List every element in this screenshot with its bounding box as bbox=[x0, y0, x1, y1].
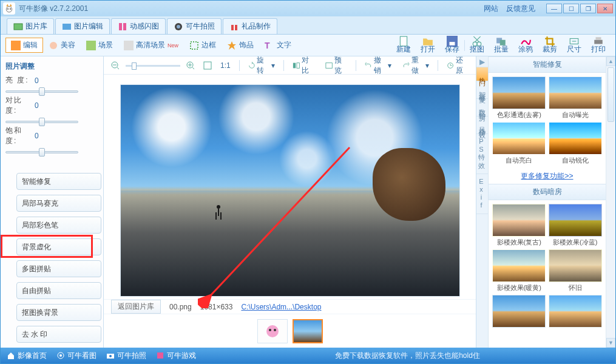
right-scrollbar[interactable]: ▲ ▼ bbox=[606, 56, 615, 348]
op-size[interactable]: 尺寸 bbox=[562, 35, 586, 56]
rtab-hot[interactable]: 热门 bbox=[476, 67, 488, 81]
rtab-smartfix[interactable]: 智能修复 bbox=[476, 81, 488, 99]
rotate-btn[interactable]: 旋转 ▾ bbox=[246, 54, 277, 77]
effect-item[interactable]: 自动亮白 bbox=[492, 122, 546, 165]
tab-camera[interactable]: 可牛拍照 bbox=[167, 18, 222, 34]
effect-item[interactable]: 影楼效果(暖黄) bbox=[492, 249, 546, 292]
effect-item[interactable]: 影楼效果(复古) bbox=[492, 204, 546, 247]
tool-bgblur[interactable]: 背景虚化 bbox=[16, 238, 101, 255]
op-label: 保存 bbox=[445, 44, 459, 55]
svg-point-2 bbox=[10, 8, 11, 10]
minimize-button[interactable]: — bbox=[546, 4, 562, 13]
print-icon bbox=[593, 36, 604, 44]
contrast-slider[interactable] bbox=[5, 117, 78, 120]
edittab-sticker[interactable]: 饰品 bbox=[222, 38, 259, 53]
svg-point-1 bbox=[7, 8, 8, 10]
edittab-text[interactable]: T文字 bbox=[259, 38, 297, 53]
op-print[interactable]: 打印 bbox=[586, 35, 611, 56]
op-doodle[interactable]: 涂鸦 bbox=[513, 35, 538, 56]
status-view[interactable]: 可牛看图 bbox=[56, 351, 96, 361]
svg-rect-42 bbox=[204, 62, 211, 69]
tool-cutbg[interactable]: 抠图换背景 bbox=[16, 304, 101, 321]
tool-label: 智能修复 bbox=[22, 177, 51, 187]
edittab-label: 饰品 bbox=[239, 40, 254, 50]
save-icon bbox=[447, 36, 458, 44]
tab-gift[interactable]: 礼品制作 bbox=[223, 18, 277, 34]
edittab-label: 边框 bbox=[201, 40, 216, 50]
edittab-border[interactable]: 边框 bbox=[184, 38, 222, 53]
status-label: 可牛拍照 bbox=[117, 351, 146, 361]
zoom-fit[interactable] bbox=[201, 60, 214, 71]
preview-icon bbox=[325, 61, 333, 70]
info-bar: 返回图片库 00.png 1081×633 C:\Users\Adm...\De… bbox=[104, 299, 476, 314]
tab-label: 图片库 bbox=[25, 21, 47, 32]
op-save[interactable]: 保存 bbox=[440, 35, 464, 56]
effect-item[interactable]: 影楼效果(冷蓝) bbox=[549, 204, 603, 247]
thumb-item[interactable] bbox=[257, 319, 288, 343]
rtab-ps[interactable]: PS特效 bbox=[476, 134, 488, 174]
maximize-button[interactable]: ☐ bbox=[563, 4, 579, 13]
edittab-edit[interactable]: 编辑 bbox=[5, 38, 43, 53]
op-label: 抠图 bbox=[470, 44, 484, 55]
main-image[interactable] bbox=[120, 84, 460, 297]
filepath-link[interactable]: C:\Users\Adm...\Desktop bbox=[241, 303, 321, 311]
status-home[interactable]: 影像首页 bbox=[7, 351, 47, 361]
brightness-slider[interactable] bbox=[5, 87, 78, 89]
effect-item[interactable] bbox=[549, 295, 603, 328]
tab-library[interactable]: 图片库 bbox=[7, 18, 54, 34]
zoom-11[interactable]: 1:1 bbox=[218, 60, 233, 71]
rtab-style[interactable]: 风格特效 bbox=[476, 116, 488, 134]
effect-item[interactable]: 自动锐化 bbox=[549, 122, 603, 165]
effect-item[interactable]: 色彩通透(去雾) bbox=[492, 76, 546, 120]
edittab-beauty[interactable]: 美容 bbox=[43, 38, 81, 53]
effect-item[interactable]: 怀旧 bbox=[549, 249, 603, 292]
zoom-out[interactable] bbox=[109, 60, 122, 71]
op-open[interactable]: 打开 bbox=[416, 35, 440, 56]
effect-item[interactable]: 自动曝光 bbox=[549, 76, 603, 120]
compare-btn[interactable]: 对比 bbox=[290, 54, 317, 77]
zoom-in[interactable] bbox=[184, 60, 197, 71]
tool-freecollage[interactable]: 自由拼贴 bbox=[16, 282, 101, 299]
tab-edit[interactable]: 图片编辑 bbox=[55, 18, 110, 34]
op-new[interactable]: 新建 bbox=[391, 35, 416, 56]
preview-btn[interactable]: 预览 bbox=[323, 54, 350, 77]
undo-btn[interactable]: 撤销 ▾ bbox=[362, 54, 394, 77]
edittab-scene[interactable]: 场景 bbox=[81, 38, 118, 53]
btn-label: 旋转 bbox=[257, 55, 269, 76]
zoomin-icon bbox=[186, 61, 195, 70]
tool-mosaic[interactable]: 局部马赛克 bbox=[16, 195, 101, 212]
svg-rect-4 bbox=[63, 24, 71, 30]
redo-btn[interactable]: 重做 ▾ bbox=[400, 54, 432, 77]
op-cutout[interactable]: 抠图 bbox=[465, 35, 489, 56]
effect-item[interactable] bbox=[492, 295, 546, 328]
tool-smartfix[interactable]: 智能修复 bbox=[16, 173, 101, 190]
back-library-btn[interactable]: 返回图片库 bbox=[111, 300, 161, 314]
tool-colorpen[interactable]: 局部彩色笔 bbox=[16, 217, 101, 234]
restore-btn[interactable]: 还原 bbox=[444, 54, 471, 77]
svg-rect-45 bbox=[326, 62, 332, 68]
panel-collapse-handle[interactable]: ▶ bbox=[476, 56, 488, 67]
undo-icon bbox=[365, 61, 372, 70]
zoom-slider[interactable] bbox=[126, 62, 180, 69]
op-crop[interactable]: 裁剪 bbox=[538, 35, 562, 56]
tool-watermark[interactable]: 去 水 印 bbox=[16, 326, 101, 343]
restore-button[interactable]: ❐ bbox=[580, 4, 596, 13]
thumb-item-selected[interactable] bbox=[293, 319, 323, 343]
svg-point-12 bbox=[50, 42, 57, 49]
tab-flash[interactable]: 动感闪图 bbox=[111, 18, 166, 34]
site-link[interactable]: 网站 bbox=[484, 4, 498, 13]
scroll-up-icon[interactable]: ▲ bbox=[606, 56, 615, 66]
close-button[interactable]: ✕ bbox=[597, 4, 613, 13]
status-camera[interactable]: 可牛拍照 bbox=[106, 351, 146, 361]
tool-collage[interactable]: 多图拼贴 bbox=[16, 260, 101, 277]
op-batch[interactable]: 批量 bbox=[489, 35, 513, 56]
scroll-down-icon[interactable]: ▼ bbox=[606, 338, 615, 348]
more-link[interactable]: 更多修复功能>> bbox=[521, 172, 573, 180]
rtab-darkroom[interactable]: 数码暗房 bbox=[476, 99, 488, 116]
edittab-hdscene[interactable]: 高清场景New bbox=[118, 38, 184, 53]
feedback-link[interactable]: 反馈意见 bbox=[506, 4, 535, 13]
rtab-exif[interactable]: Exif bbox=[476, 174, 488, 214]
scroll-thumb[interactable] bbox=[608, 67, 614, 122]
status-game[interactable]: 可牛游戏 bbox=[156, 351, 196, 361]
saturation-slider[interactable] bbox=[5, 147, 78, 150]
